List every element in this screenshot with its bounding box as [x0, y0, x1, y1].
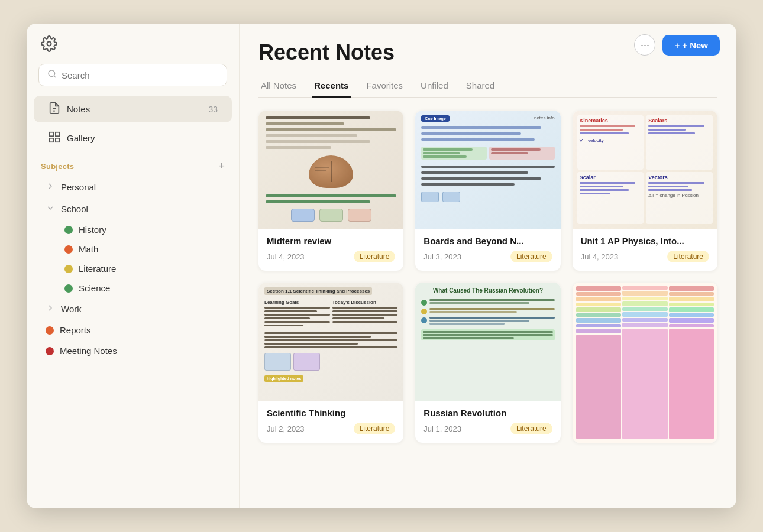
search-icon: [47, 69, 57, 81]
sidebar: Notes 33 Gallery Subjects +: [27, 24, 240, 508]
note-tag-4: Literature: [354, 423, 396, 434]
sidebar-item-notes-label: Notes: [67, 104, 90, 114]
note-date-2: Jul 3, 2023: [423, 252, 461, 261]
note-card-scientific[interactable]: Section 1.1 Scientific Thinking and Proc…: [258, 283, 403, 443]
note-title-1: Midterm review: [267, 236, 395, 246]
content-area: Recent Notes All Notes Recents Favorites…: [240, 24, 736, 508]
note-thumbnail-4: Section 1.1 Scientific Thinking and Proc…: [258, 283, 403, 401]
physics-box-1: Kinematics V = velocity: [577, 115, 644, 170]
svg-rect-5: [50, 132, 53, 136]
subject-work-label: Work: [61, 304, 82, 314]
note-info-1: Midterm review Jul 4, 2023 Literature: [258, 229, 403, 271]
note-title-3: Unit 1 AP Physics, Into...: [581, 236, 709, 246]
subject-item-work[interactable]: Work: [31, 299, 234, 319]
tab-all-notes[interactable]: All Notes: [258, 76, 299, 98]
new-note-button[interactable]: + + New: [662, 35, 720, 56]
note-date-1: Jul 4, 2023: [267, 252, 305, 261]
plus-icon: +: [674, 40, 680, 50]
sidebar-item-notes[interactable]: Notes 33: [34, 96, 232, 122]
subject-item-literature[interactable]: Literature: [31, 259, 234, 278]
subject-personal-label: Personal: [61, 182, 96, 192]
more-icon: ···: [641, 39, 649, 51]
physics-box-3: Scalar: [577, 172, 644, 225]
note-date-5: Jul 1, 2023: [423, 424, 461, 433]
search-bar[interactable]: [38, 64, 227, 86]
search-input[interactable]: [62, 70, 218, 80]
svg-point-0: [47, 42, 51, 46]
tab-unfiled[interactable]: Unfiled: [418, 76, 451, 98]
note-tag-5: Literature: [510, 423, 552, 434]
note-tag-3: Literature: [667, 251, 709, 262]
tab-recents[interactable]: Recents: [312, 76, 351, 98]
sidebar-header: [27, 24, 239, 64]
subjects-header: Subjects +: [27, 153, 239, 176]
svg-line-2: [54, 76, 56, 77]
app-window: Notes 33 Gallery Subjects +: [27, 24, 736, 508]
literature-dot: [64, 265, 73, 273]
subject-item-science[interactable]: Science: [31, 279, 234, 297]
svg-point-1: [49, 70, 55, 77]
meeting-notes-dot: [46, 347, 54, 355]
history-dot: [64, 226, 73, 234]
subject-item-history[interactable]: History: [31, 220, 234, 239]
subject-item-math[interactable]: Math: [31, 240, 234, 258]
note-thumbnail-2: Cue Image notes info: [415, 111, 560, 229]
note-thumbnail-5: What Caused The Russian Revolution?: [415, 283, 560, 401]
note-card-boards-beyond[interactable]: Cue Image notes info: [415, 111, 560, 271]
sidebar-item-gallery-label: Gallery: [67, 133, 95, 143]
subjects-add-button[interactable]: +: [218, 161, 225, 171]
note-card-color-chart[interactable]: Color Chart Notes Jul 4, 2023 Literature: [573, 283, 717, 443]
note-card-midterm-review[interactable]: Midterm review Jul 4, 2023 Literature: [258, 111, 403, 271]
subject-science-label: Science: [79, 283, 110, 293]
physics-box-4: Vectors ΔT = change in Position: [646, 172, 713, 225]
note-date-4: Jul 2, 2023: [267, 424, 305, 433]
note-meta-3: Jul 4, 2023 Literature: [581, 251, 709, 262]
note-meta-1: Jul 4, 2023 Literature: [267, 251, 395, 262]
sidebar-item-gallery[interactable]: Gallery: [34, 125, 232, 151]
notes-grid: Midterm review Jul 4, 2023 Literature: [258, 111, 717, 443]
gallery-icon: [48, 131, 61, 145]
chevron-right-icon-work: [46, 303, 55, 314]
main-header: ··· + + New: [617, 24, 736, 66]
svg-rect-6: [56, 132, 59, 136]
chevron-down-icon-school: [46, 203, 55, 215]
note-thumbnail-1: [258, 111, 403, 229]
subject-item-reports[interactable]: Reports: [31, 320, 234, 340]
subject-history-label: History: [79, 225, 106, 235]
notes-icon: [48, 102, 61, 116]
subject-math-label: Math: [79, 244, 98, 254]
subject-item-meeting-notes[interactable]: Meeting Notes: [31, 341, 234, 361]
note-meta-2: Jul 3, 2023 Literature: [423, 251, 552, 262]
note-card-russian[interactable]: What Caused The Russian Revolution?: [415, 283, 560, 443]
subject-literature-label: Literature: [79, 264, 116, 274]
notes-count: 33: [208, 105, 218, 114]
math-dot: [64, 245, 73, 254]
note-title-5: Russian Revolution: [423, 408, 552, 418]
gear-icon[interactable]: [41, 35, 57, 54]
note-tag-2: Literature: [510, 251, 552, 262]
svg-rect-7: [50, 138, 53, 142]
note-info-3: Unit 1 AP Physics, Into... Jul 4, 2023 L…: [573, 229, 717, 271]
note-card-physics[interactable]: Kinematics V = velocity Scalars: [573, 111, 717, 271]
note-meta-4: Jul 2, 2023 Literature: [267, 423, 395, 434]
note-info-4: Scientific Thinking Jul 2, 2023 Literatu…: [258, 401, 403, 443]
subject-item-personal[interactable]: Personal: [31, 177, 234, 197]
subject-school-label: School: [61, 204, 88, 214]
tabs-bar: All Notes Recents Favorites Unfiled Shar…: [258, 76, 717, 98]
note-date-3: Jul 4, 2023: [581, 252, 619, 261]
chevron-right-icon-personal: [46, 181, 55, 193]
more-options-button[interactable]: ···: [634, 34, 655, 56]
note-title-2: Boards and Beyond N...: [423, 236, 552, 246]
reports-dot: [46, 326, 54, 335]
science-dot: [64, 284, 73, 293]
tab-shared[interactable]: Shared: [464, 76, 497, 98]
note-tag-1: Literature: [354, 251, 396, 262]
tab-favorites[interactable]: Favorites: [364, 76, 405, 98]
subjects-title: Subjects: [41, 162, 74, 171]
subject-reports-label: Reports: [60, 325, 91, 335]
subject-item-school[interactable]: School: [31, 199, 234, 219]
subject-meeting-notes-label: Meeting Notes: [60, 346, 117, 356]
svg-rect-8: [56, 138, 59, 142]
main-content: ··· + + New Recent Notes All Notes Recen…: [240, 24, 736, 508]
physics-box-2: Scalars: [646, 115, 713, 170]
